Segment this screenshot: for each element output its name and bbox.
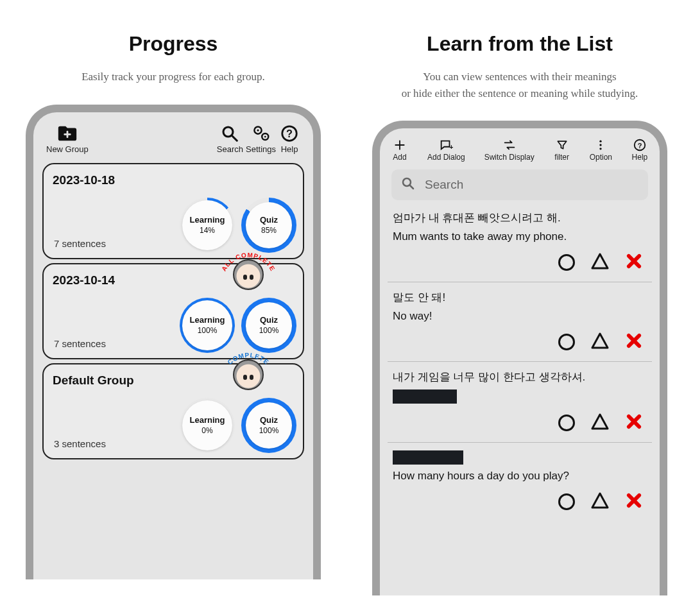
search-icon: [400, 176, 416, 194]
svg-line-1: [232, 135, 237, 141]
rate-circle-button[interactable]: [558, 254, 575, 271]
group-title: Default Group: [53, 373, 294, 388]
sentence-en: How many hours a day do you play?: [393, 470, 647, 483]
svg-point-5: [264, 135, 266, 137]
sentence-en: Mum wants to take away my phone.: [393, 230, 647, 243]
left-headline: Progress: [129, 32, 218, 56]
search-placeholder: Search: [425, 178, 463, 192]
svg-point-13: [600, 148, 602, 150]
option-button[interactable]: Option: [590, 137, 612, 162]
sentence-row[interactable]: 말도 안 돼!No way!: [388, 282, 652, 362]
settings-button[interactable]: Settings: [246, 123, 276, 154]
group-card[interactable]: ALL COMPLETE 2023-10-14 7 sentences Lear…: [42, 263, 304, 359]
progress-ring: Learning 100%: [180, 298, 235, 353]
gears-icon: [250, 123, 272, 144]
left-subhead: Easily track your progress for each grou…: [69, 69, 278, 85]
group-count: 3 sentences: [54, 438, 106, 449]
rate-triangle-button[interactable]: [590, 332, 610, 352]
filter-icon: [554, 137, 570, 153]
rating-row: [393, 250, 647, 277]
redacted-text: [393, 389, 457, 404]
switch-label: Switch Display: [484, 153, 535, 162]
sentence-ko: 말도 안 돼!: [393, 290, 647, 305]
search-input[interactable]: Search: [391, 169, 648, 200]
rate-x-button[interactable]: [625, 492, 643, 512]
filter-label: filter: [554, 153, 569, 162]
progress-ring: Learning 0%: [180, 398, 235, 453]
left-phone-frame: New Group Search Settings: [26, 105, 321, 579]
rating-row: [393, 410, 647, 437]
group-card[interactable]: COMPLETE Default Group 3 sentences Learn…: [42, 363, 304, 459]
group-count: 7 sentences: [54, 338, 106, 349]
progress-ring: Quiz 85%: [241, 198, 296, 253]
rate-triangle-button[interactable]: [590, 252, 610, 273]
rating-row: [393, 329, 647, 356]
svg-point-3: [257, 129, 259, 131]
help-button[interactable]: ? Help: [278, 123, 300, 154]
new-group-label: New Group: [46, 144, 89, 154]
help-icon: ?: [631, 137, 648, 153]
svg-text:?: ?: [286, 128, 293, 139]
add-label: Add: [393, 153, 406, 162]
chat-plus-icon: +: [438, 137, 454, 153]
rate-x-button[interactable]: [625, 332, 643, 352]
filter-button[interactable]: filter: [554, 137, 570, 162]
redacted-text: [393, 450, 463, 465]
help-icon: ?: [278, 123, 300, 144]
sentence-en: No way!: [393, 310, 647, 323]
progress-ring: Quiz 100%: [241, 398, 296, 453]
rate-x-button[interactable]: [625, 413, 643, 433]
right-headline: Learn from the List: [427, 32, 613, 56]
search-button[interactable]: Search: [217, 123, 243, 154]
svg-text:+: +: [450, 144, 454, 151]
add-dialog-label: Add Dialog: [427, 153, 465, 162]
new-group-button[interactable]: New Group: [46, 123, 89, 154]
help-button-right[interactable]: ? Help: [631, 137, 648, 162]
right-toolbar: Add + Add Dialog Switch Display filter O…: [388, 136, 652, 166]
rate-triangle-button[interactable]: [590, 492, 610, 512]
sentence-ko: 엄마가 내 휴대폰 빼앗으시려고 해.: [393, 210, 647, 225]
plus-icon: [391, 137, 408, 153]
rating-row: [393, 489, 647, 516]
search-label: Search: [217, 144, 243, 154]
rate-triangle-button[interactable]: [590, 413, 610, 433]
left-toolbar: New Group Search Settings: [41, 120, 305, 159]
folder-plus-icon: [56, 123, 78, 144]
sentence-row[interactable]: 엄마가 내 휴대폰 빼앗으시려고 해.Mum wants to take awa…: [388, 203, 652, 282]
progress-ring: Learning 14%: [180, 198, 235, 253]
swap-icon: [501, 137, 518, 153]
group-title: 2023-10-18: [53, 173, 294, 187]
group-count: 7 sentences: [54, 238, 106, 249]
more-vert-icon: [592, 137, 609, 153]
group-title: 2023-10-14: [53, 273, 294, 287]
rate-circle-button[interactable]: [558, 334, 575, 350]
rate-x-button[interactable]: [625, 252, 643, 273]
add-dialog-button[interactable]: + Add Dialog: [427, 137, 465, 162]
sentence-row[interactable]: 내가 게임을 너무 많이 한다고 생각하셔.: [388, 362, 652, 443]
group-card[interactable]: 2023-10-18 7 sentences Learning 14% Quiz…: [42, 163, 304, 259]
settings-label: Settings: [246, 144, 276, 154]
right-phone-frame: Add + Add Dialog Switch Display filter O…: [372, 121, 667, 595]
svg-point-12: [600, 144, 602, 146]
rate-circle-button[interactable]: [558, 493, 575, 510]
add-button[interactable]: Add: [391, 137, 408, 162]
sentence-ko: 내가 게임을 너무 많이 한다고 생각하셔.: [393, 370, 647, 384]
progress-ring: Quiz 100%: [241, 298, 296, 353]
svg-line-17: [410, 185, 413, 189]
right-subhead: You can view sentences with their meanin…: [389, 69, 651, 101]
help-label-right: Help: [632, 153, 648, 162]
rate-circle-button[interactable]: [558, 415, 575, 431]
svg-point-11: [600, 141, 602, 142]
help-label: Help: [281, 144, 298, 154]
switch-display-button[interactable]: Switch Display: [484, 137, 535, 162]
sentence-row[interactable]: How many hours a day do you play?: [388, 443, 652, 521]
option-label: Option: [590, 153, 612, 162]
svg-text:?: ?: [638, 142, 642, 150]
search-icon: [219, 123, 241, 144]
